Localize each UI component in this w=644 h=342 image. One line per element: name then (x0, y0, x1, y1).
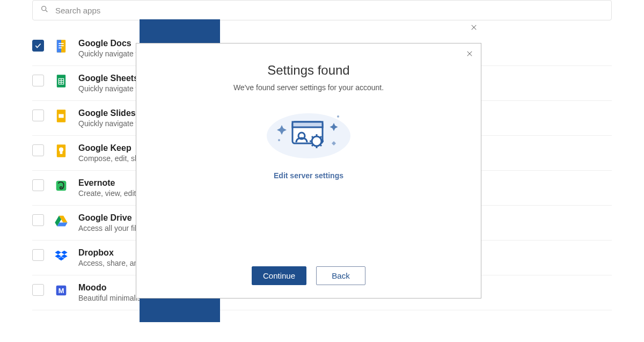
outer-dialog-strip (140, 19, 485, 28)
search-field-wrap[interactable] (32, 0, 612, 20)
svg-line-1 (46, 10, 47, 12)
dialog-button-row: Continue Back (252, 266, 365, 285)
back-button[interactable]: Back (316, 266, 365, 285)
close-icon[interactable] (470, 24, 478, 31)
checkbox-moodo[interactable] (32, 284, 44, 296)
search-icon (40, 5, 49, 16)
svg-line-39 (312, 144, 313, 146)
checkbox-google-drive[interactable] (32, 214, 44, 226)
svg-line-40 (320, 136, 321, 138)
checkbox-google-slides[interactable] (32, 110, 44, 121)
google-keep-icon (54, 143, 69, 158)
google-drive-icon (54, 213, 69, 228)
svg-line-37 (312, 136, 313, 138)
svg-point-42 (278, 139, 280, 141)
svg-text:M: M (58, 287, 64, 295)
moodo-icon: M (54, 283, 69, 298)
checkbox-evernote[interactable] (32, 179, 44, 191)
svg-rect-4 (58, 43, 63, 44)
svg-rect-30 (292, 122, 323, 127)
dialog-subtitle: We've found server settings for your acc… (233, 83, 384, 92)
dropbox-icon (54, 248, 69, 263)
edit-server-settings-link[interactable]: Edit server settings (274, 171, 343, 180)
svg-point-41 (337, 115, 339, 118)
checkbox-google-sheets[interactable] (32, 75, 44, 86)
search-input[interactable] (55, 6, 604, 15)
checkbox-dropbox[interactable] (32, 249, 44, 261)
dialog-title: Settings found (267, 63, 349, 78)
checkbox-google-docs[interactable] (32, 40, 44, 52)
google-slides-icon (54, 108, 69, 123)
evernote-icon (54, 178, 69, 193)
svg-rect-16 (60, 151, 63, 154)
google-sheets-icon (54, 74, 69, 89)
google-docs-icon (54, 39, 69, 54)
search-bar (32, 0, 612, 20)
svg-rect-13 (58, 114, 63, 118)
svg-marker-22 (61, 251, 68, 254)
settings-illustration-icon (263, 104, 354, 163)
svg-line-38 (320, 144, 321, 146)
svg-point-0 (42, 6, 46, 11)
close-icon[interactable] (466, 50, 473, 57)
checkbox-google-keep[interactable] (32, 144, 44, 156)
svg-rect-5 (58, 45, 63, 46)
svg-point-15 (59, 148, 63, 152)
continue-button[interactable]: Continue (252, 266, 306, 285)
svg-rect-6 (58, 47, 62, 48)
svg-marker-21 (55, 251, 61, 254)
settings-found-dialog: Settings found We've found server settin… (136, 43, 481, 299)
